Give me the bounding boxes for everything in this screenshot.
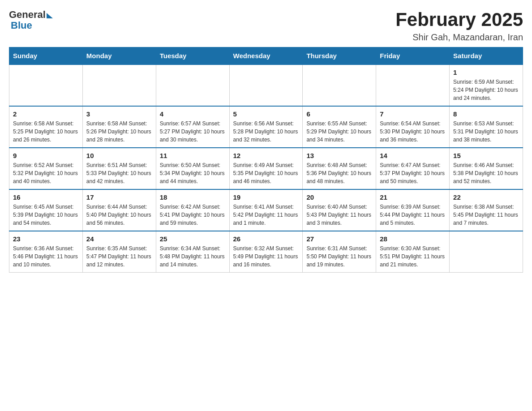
day-info: Sunrise: 6:56 AM Sunset: 5:28 PM Dayligh… [233,120,299,144]
calendar-cell: 25Sunrise: 6:34 AM Sunset: 5:48 PM Dayli… [156,231,229,273]
calendar-cell: 7Sunrise: 6:54 AM Sunset: 5:30 PM Daylig… [376,106,450,148]
logo-arrow-icon [47,13,53,18]
day-info: Sunrise: 6:44 AM Sunset: 5:40 PM Dayligh… [86,203,152,227]
calendar-cell: 14Sunrise: 6:47 AM Sunset: 5:37 PM Dayli… [376,148,450,189]
weekday-header-thursday: Thursday [303,47,376,65]
day-number: 2 [13,110,79,118]
day-info: Sunrise: 6:34 AM Sunset: 5:48 PM Dayligh… [160,244,226,269]
day-info: Sunrise: 6:55 AM Sunset: 5:29 PM Dayligh… [306,120,372,144]
day-number: 9 [13,152,79,159]
weekday-header-monday: Monday [82,47,156,65]
day-number: 4 [160,110,226,118]
calendar-cell [450,231,523,273]
calendar-cell: 26Sunrise: 6:32 AM Sunset: 5:49 PM Dayli… [229,231,303,273]
day-number: 21 [380,193,446,201]
calendar-cell: 3Sunrise: 6:58 AM Sunset: 5:26 PM Daylig… [82,106,156,148]
day-info: Sunrise: 6:32 AM Sunset: 5:49 PM Dayligh… [233,244,299,269]
calendar-cell: 11Sunrise: 6:50 AM Sunset: 5:34 PM Dayli… [156,148,229,189]
day-number: 27 [306,235,372,243]
day-number: 28 [380,235,446,243]
day-number: 15 [453,152,519,159]
calendar-cell: 24Sunrise: 6:35 AM Sunset: 5:47 PM Dayli… [82,231,156,273]
location-title: Shir Gah, Mazandaran, Iran [395,32,523,43]
day-number: 18 [160,193,226,201]
day-number: 7 [380,110,446,118]
logo-general-text: General [9,9,46,21]
title-section: February 2025 Shir Gah, Mazandaran, Iran [395,9,523,43]
day-info: Sunrise: 6:52 AM Sunset: 5:32 PM Dayligh… [13,161,79,185]
day-number: 24 [86,235,152,243]
calendar-cell [376,64,450,106]
calendar-cell [229,64,303,106]
calendar-cell: 23Sunrise: 6:36 AM Sunset: 5:46 PM Dayli… [9,231,83,273]
calendar-cell: 10Sunrise: 6:51 AM Sunset: 5:33 PM Dayli… [82,148,156,189]
calendar-cell: 27Sunrise: 6:31 AM Sunset: 5:50 PM Dayli… [303,231,376,273]
day-number: 12 [233,152,299,159]
calendar-cell [82,64,156,106]
day-info: Sunrise: 6:53 AM Sunset: 5:31 PM Dayligh… [453,120,519,144]
calendar-week-row: 23Sunrise: 6:36 AM Sunset: 5:46 PM Dayli… [9,231,523,273]
day-info: Sunrise: 6:54 AM Sunset: 5:30 PM Dayligh… [380,120,446,144]
day-number: 14 [380,152,446,159]
day-info: Sunrise: 6:38 AM Sunset: 5:45 PM Dayligh… [453,203,519,227]
day-info: Sunrise: 6:47 AM Sunset: 5:37 PM Dayligh… [380,161,446,185]
day-info: Sunrise: 6:36 AM Sunset: 5:46 PM Dayligh… [13,244,79,269]
calendar-cell: 13Sunrise: 6:48 AM Sunset: 5:36 PM Dayli… [303,148,376,189]
logo-blue-text: Blue [11,20,32,31]
calendar-cell: 1Sunrise: 6:59 AM Sunset: 5:24 PM Daylig… [450,64,523,106]
calendar-cell: 8Sunrise: 6:53 AM Sunset: 5:31 PM Daylig… [450,106,523,148]
calendar-cell: 20Sunrise: 6:40 AM Sunset: 5:43 PM Dayli… [303,189,376,231]
page-header: General Blue February 2025 Shir Gah, Maz… [9,9,523,43]
calendar-table: SundayMondayTuesdayWednesdayThursdayFrid… [9,47,523,273]
calendar-cell: 9Sunrise: 6:52 AM Sunset: 5:32 PM Daylig… [9,148,83,189]
day-number: 6 [306,110,372,118]
calendar-week-row: 1Sunrise: 6:59 AM Sunset: 5:24 PM Daylig… [9,64,523,106]
day-number: 22 [453,193,519,201]
day-info: Sunrise: 6:30 AM Sunset: 5:51 PM Dayligh… [380,244,446,269]
day-number: 8 [453,110,519,118]
calendar-cell: 17Sunrise: 6:44 AM Sunset: 5:40 PM Dayli… [82,189,156,231]
calendar-cell: 18Sunrise: 6:42 AM Sunset: 5:41 PM Dayli… [156,189,229,231]
day-number: 20 [306,193,372,201]
day-info: Sunrise: 6:57 AM Sunset: 5:27 PM Dayligh… [160,120,226,144]
day-number: 23 [13,235,79,243]
calendar-week-row: 9Sunrise: 6:52 AM Sunset: 5:32 PM Daylig… [9,148,523,189]
calendar-cell: 12Sunrise: 6:49 AM Sunset: 5:35 PM Dayli… [229,148,303,189]
calendar-cell: 28Sunrise: 6:30 AM Sunset: 5:51 PM Dayli… [376,231,450,273]
logo: General Blue [9,9,53,31]
calendar-cell [156,64,229,106]
day-number: 19 [233,193,299,201]
day-info: Sunrise: 6:49 AM Sunset: 5:35 PM Dayligh… [233,161,299,185]
day-number: 5 [233,110,299,118]
day-info: Sunrise: 6:41 AM Sunset: 5:42 PM Dayligh… [233,203,299,227]
weekday-header-tuesday: Tuesday [156,47,229,65]
weekday-header-sunday: Sunday [9,47,83,65]
calendar-cell [303,64,376,106]
weekday-header-row: SundayMondayTuesdayWednesdayThursdayFrid… [9,47,523,65]
month-title: February 2025 [395,9,523,30]
day-number: 1 [453,68,519,76]
calendar-cell: 5Sunrise: 6:56 AM Sunset: 5:28 PM Daylig… [229,106,303,148]
calendar-cell: 2Sunrise: 6:58 AM Sunset: 5:25 PM Daylig… [9,106,83,148]
day-info: Sunrise: 6:46 AM Sunset: 5:38 PM Dayligh… [453,161,519,185]
day-info: Sunrise: 6:58 AM Sunset: 5:25 PM Dayligh… [13,120,79,144]
day-info: Sunrise: 6:31 AM Sunset: 5:50 PM Dayligh… [306,244,372,269]
calendar-cell: 19Sunrise: 6:41 AM Sunset: 5:42 PM Dayli… [229,189,303,231]
calendar-week-row: 2Sunrise: 6:58 AM Sunset: 5:25 PM Daylig… [9,106,523,148]
day-info: Sunrise: 6:42 AM Sunset: 5:41 PM Dayligh… [160,203,226,227]
day-info: Sunrise: 6:39 AM Sunset: 5:44 PM Dayligh… [380,203,446,227]
calendar-cell: 6Sunrise: 6:55 AM Sunset: 5:29 PM Daylig… [303,106,376,148]
calendar-cell: 21Sunrise: 6:39 AM Sunset: 5:44 PM Dayli… [376,189,450,231]
calendar-cell: 15Sunrise: 6:46 AM Sunset: 5:38 PM Dayli… [450,148,523,189]
calendar-cell: 22Sunrise: 6:38 AM Sunset: 5:45 PM Dayli… [450,189,523,231]
day-number: 11 [160,152,226,159]
weekday-header-wednesday: Wednesday [229,47,303,65]
day-info: Sunrise: 6:45 AM Sunset: 5:39 PM Dayligh… [13,203,79,227]
day-number: 16 [13,193,79,201]
calendar-cell: 4Sunrise: 6:57 AM Sunset: 5:27 PM Daylig… [156,106,229,148]
weekday-header-saturday: Saturday [450,47,523,65]
weekday-header-friday: Friday [376,47,450,65]
day-info: Sunrise: 6:40 AM Sunset: 5:43 PM Dayligh… [306,203,372,227]
day-info: Sunrise: 6:48 AM Sunset: 5:36 PM Dayligh… [306,161,372,185]
day-number: 3 [86,110,152,118]
